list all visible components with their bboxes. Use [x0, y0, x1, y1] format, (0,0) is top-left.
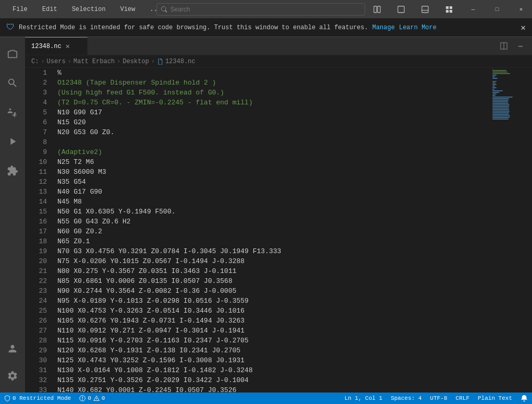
minimap-line: [492, 97, 513, 98]
maximize-btn[interactable]: □: [485, 0, 509, 18]
split-editor-btn[interactable]: [497, 39, 511, 53]
minimap-line: [492, 82, 495, 84]
breadcrumb-matt-erbach: Matt Erbach: [74, 58, 115, 65]
activity-source-control[interactable]: [0, 100, 25, 125]
banner-learn-more-link[interactable]: Learn More: [399, 24, 437, 31]
activity-search[interactable]: [0, 70, 25, 96]
code-line: [57, 137, 490, 147]
minimap-line: [492, 95, 495, 97]
code-line: N110 X0.0912 Y0.271 Z-0.0947 I-0.3014 J-…: [57, 326, 490, 336]
minimap-line: [492, 118, 509, 120]
svg-rect-8: [450, 9, 452, 12]
menu-file[interactable]: File: [9, 4, 31, 15]
shield-icon: [4, 395, 10, 401]
status-bar: 0 Restricted Mode 0 0 Ln 1, Col 1 Spaces…: [0, 393, 532, 404]
toggle-panel-btn[interactable]: [413, 0, 437, 18]
minimap-line: [492, 84, 497, 86]
minimize-btn[interactable]: —: [461, 0, 485, 18]
file-icon: [157, 58, 163, 65]
code-line: N70 G3 X0.4756 Y0.3291 Z0.0784 I-0.3045 …: [57, 246, 490, 256]
bell-icon: [521, 395, 528, 402]
tab-close-btn[interactable]: ✕: [66, 42, 70, 51]
editor-area: 12348.nc ✕ ⋯ C: › Users › Matt Erbach › …: [25, 37, 532, 393]
spaces-status[interactable]: Spaces: 4: [386, 393, 426, 404]
minimap-line: [492, 103, 509, 104]
code-line: N45 M8: [57, 197, 490, 207]
code-line: N125 X0.4743 Y0.3252 Z-0.1596 I-0.3008 J…: [57, 355, 490, 365]
minimap-line: [492, 72, 507, 73]
banner-manage-link[interactable]: Manage: [372, 24, 395, 31]
menu-edit[interactable]: Edit: [39, 4, 61, 15]
minimap-line: [492, 89, 494, 90]
minimap-line: [492, 78, 498, 79]
minimap-line: [492, 86, 495, 87]
minimap-line: [492, 112, 509, 114]
title-bar: File Edit Selection View ... — □ ✕: [0, 0, 532, 18]
banner-shield-icon: 🛡: [6, 22, 15, 32]
breadcrumb-desktop: Desktop: [123, 58, 149, 65]
menu-selection[interactable]: Selection: [69, 4, 109, 15]
activity-explorer[interactable]: [0, 41, 25, 66]
menu-bar: File Edit Selection View ...: [9, 4, 164, 15]
ln-col-status[interactable]: Ln 1, Col 1: [341, 393, 387, 404]
code-line: N140 X0.682 Y0.0001 Z-0.2245 I0.0507 J0.…: [57, 385, 490, 393]
search-input[interactable]: [170, 6, 360, 13]
line-numbers: 1234567891011121314151617181920212223242…: [25, 68, 51, 393]
breadcrumb-sep-1: ›: [41, 58, 44, 65]
encoding-label: UTF-8: [430, 395, 448, 401]
svg-rect-6: [450, 6, 452, 8]
svg-point-11: [82, 399, 83, 400]
warning-count: 0: [102, 395, 105, 401]
code-line: N135 X0.2751 Y-0.3526 Z-0.2029 I0.3422 J…: [57, 375, 490, 385]
editor-menu-btn[interactable]: ⋯: [513, 39, 528, 53]
banner-close-btn[interactable]: ✕: [521, 22, 526, 33]
line-ending-label: CRLF: [456, 395, 469, 401]
minimap: [490, 68, 532, 393]
notifications-btn[interactable]: [516, 393, 532, 404]
minimap-line: [492, 70, 506, 72]
code-editor[interactable]: 1234567891011121314151617181920212223242…: [25, 68, 532, 393]
code-line: N65 Z0.1: [57, 236, 490, 246]
title-bar-center: [156, 3, 365, 16]
status-left: 0 Restricted Mode 0 0: [0, 393, 109, 404]
code-line: N105 X0.6276 Y0.1943 Z-0.0731 I-0.1494 J…: [57, 316, 490, 326]
encoding-status[interactable]: UTF-8: [426, 393, 452, 404]
code-line: N55 G0 G43 Z0.6 H2: [57, 217, 490, 227]
line-ending-status[interactable]: CRLF: [452, 393, 474, 404]
language-status[interactable]: Plain Text: [474, 393, 516, 404]
code-line: N60 G0 Z0.2: [57, 227, 490, 236]
restricted-mode-status[interactable]: 0 Restricted Mode: [0, 393, 75, 404]
svg-rect-7: [446, 9, 449, 12]
minimap-line: [492, 75, 497, 76]
banner-text: Restricted Mode is intended for safe cod…: [19, 24, 368, 31]
code-line: (Using high feed G1 F500. instead of G0.…: [57, 88, 490, 98]
code-line: N75 X-0.0206 Y0.1015 Z0.0567 I-0.1494 J-…: [57, 256, 490, 266]
tab-bar: 12348.nc ✕ ⋯: [25, 37, 532, 55]
svg-rect-5: [446, 6, 449, 8]
breadcrumb-sep-3: ›: [117, 58, 120, 65]
menu-view[interactable]: View: [117, 4, 138, 15]
error-count-status[interactable]: 0 0: [75, 393, 109, 404]
activity-account[interactable]: [0, 336, 25, 361]
toggle-sidebar-btn[interactable]: [389, 0, 413, 18]
code-line: N30 S6000 M3: [57, 167, 490, 177]
layout-options-btn[interactable]: [437, 0, 461, 18]
code-line: N35 G54: [57, 177, 490, 187]
minimap-line: [492, 87, 497, 89]
svg-rect-3: [422, 6, 428, 12]
breadcrumb-sep-4: ›: [151, 58, 155, 65]
activity-bar: [0, 37, 25, 393]
status-right: Ln 1, Col 1 Spaces: 4 UTF-8 CRLF Plain T…: [341, 393, 532, 404]
close-btn[interactable]: ✕: [509, 0, 532, 18]
activity-settings[interactable]: [0, 363, 25, 388]
minimap-line: [492, 73, 510, 75]
activity-run-debug[interactable]: [0, 129, 25, 154]
tab-filename: 12348.nc: [31, 43, 62, 50]
code-line: N80 X0.275 Y-0.3567 Z0.0351 I0.3463 J-0.…: [57, 266, 490, 276]
editor-tab[interactable]: 12348.nc ✕: [25, 37, 88, 55]
activity-extensions[interactable]: [0, 158, 25, 183]
search-bar[interactable]: [156, 3, 365, 16]
code-content[interactable]: %O12348 (Tape Dispenser Spindle hold 2 )…: [51, 68, 490, 393]
editor-layout-btn[interactable]: [365, 0, 389, 18]
minimap-line: [492, 76, 495, 78]
